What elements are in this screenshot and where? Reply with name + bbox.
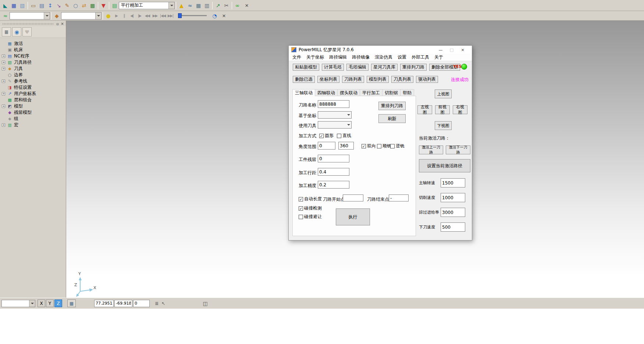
tree-item[interactable]: + ▩ 层和组合 bbox=[0, 97, 66, 103]
checkbox-box[interactable]: ✓ bbox=[362, 144, 366, 148]
view-front-button[interactable]: 前视图 bbox=[435, 105, 450, 114]
tree-item[interactable]: + ▧ 刀具路径 bbox=[0, 59, 66, 66]
view-bottom-button[interactable]: 下视图 bbox=[435, 121, 452, 130]
coordinate-x-field[interactable] bbox=[94, 300, 114, 307]
step-back-icon[interactable]: ◀| bbox=[128, 12, 136, 20]
close-button[interactable]: × bbox=[457, 46, 468, 54]
picking-tool-icon[interactable]: ↖ bbox=[160, 300, 167, 307]
checkbox-circle[interactable]: ✓ 圆形 bbox=[319, 133, 334, 139]
fast-forward-icon[interactable]: ▶▶ bbox=[151, 12, 159, 20]
calculator-icon[interactable]: ▦ bbox=[194, 1, 203, 10]
dialog-action-button[interactable]: 删除已选 bbox=[293, 76, 315, 83]
menu-item[interactable]: 路径编辑 bbox=[327, 54, 349, 60]
tree-item[interactable]: + ↗ 用户坐标系 bbox=[0, 91, 66, 97]
checkbox-box[interactable] bbox=[299, 215, 303, 219]
tree-item[interactable]: + ▤ NC程序 bbox=[0, 53, 66, 59]
dialog-action-button[interactable]: 粘贴新模型 bbox=[293, 64, 319, 71]
checkbox-box[interactable]: ✓ bbox=[299, 206, 303, 211]
tree-item[interactable]: + ▦ 激活 bbox=[0, 41, 66, 47]
simulation-entity-combo[interactable] bbox=[10, 12, 50, 20]
tree-item[interactable]: + ◆ 刀具 bbox=[0, 66, 66, 72]
tree-item[interactable]: + ▥ 宏 bbox=[0, 122, 66, 128]
menu-item[interactable]: 外部工具 bbox=[409, 54, 432, 60]
menu-item[interactable]: 关于 bbox=[432, 54, 446, 60]
save-icon[interactable]: ▦ bbox=[10, 1, 18, 10]
axis-y-button[interactable]: Y bbox=[46, 299, 54, 307]
favorites-icon[interactable]: ♥ bbox=[22, 27, 32, 36]
dialog-action-button[interactable]: 驱动列表 bbox=[416, 76, 438, 83]
tree-item[interactable]: + ◨ 特征设置 bbox=[0, 84, 66, 91]
activate-next-toolpath-button[interactable]: 激活下一刀路 bbox=[446, 145, 470, 154]
stock-allowance-input[interactable] bbox=[318, 155, 349, 162]
dialog-action-button[interactable]: 坐标列表 bbox=[317, 76, 339, 83]
menu-item[interactable]: 路径镜像 bbox=[349, 54, 372, 60]
tree-item[interactable]: + ✎ 参考线 bbox=[0, 78, 66, 84]
speed-input[interactable] bbox=[441, 222, 465, 232]
tool-holder-icon[interactable]: ▼ bbox=[99, 1, 108, 10]
end-point-input[interactable] bbox=[389, 194, 409, 201]
expander-icon[interactable]: + bbox=[2, 80, 5, 83]
activate-prev-toolpath-button[interactable]: 激活上一刀路 bbox=[419, 145, 443, 154]
start-end-point-icon[interactable]: ↘ bbox=[54, 1, 63, 10]
strategy-combo-arrow[interactable] bbox=[168, 2, 174, 9]
pause-icon[interactable]: ‖ bbox=[120, 12, 128, 20]
feed-rate-icon[interactable]: ▤ bbox=[38, 1, 46, 10]
toolpath-edit-icon[interactable]: ✎ bbox=[63, 1, 71, 10]
statistics-icon[interactable]: ↗ bbox=[214, 1, 222, 10]
checkbox-line[interactable]: 直线 bbox=[337, 133, 351, 139]
start-point-input[interactable] bbox=[343, 194, 363, 201]
dialog-action-button[interactable]: 刀具列表 bbox=[391, 76, 413, 83]
strategy-combo[interactable]: 平行精加工 bbox=[119, 2, 175, 9]
checkbox-box[interactable] bbox=[337, 134, 341, 138]
clipping-icon[interactable]: ✂ bbox=[222, 1, 231, 10]
speed-input[interactable] bbox=[441, 193, 465, 202]
use-tool-combo[interactable] bbox=[318, 121, 352, 129]
coordinate-z-field[interactable] bbox=[133, 300, 150, 307]
step-forward-icon[interactable]: |▶ bbox=[136, 12, 143, 20]
rearrange-toolpaths-button[interactable]: 重排列刀路 bbox=[378, 102, 406, 110]
project-icon[interactable]: ◣ bbox=[1, 1, 10, 10]
panel-grip[interactable] bbox=[3, 23, 54, 25]
tab-four-axis[interactable]: 四轴联动 bbox=[315, 89, 338, 96]
simulation-tool-combo[interactable] bbox=[61, 12, 102, 20]
dialog-action-button[interactable]: 重排列刀路 bbox=[400, 64, 427, 71]
go-to-end-icon[interactable]: ▶▶| bbox=[167, 12, 174, 20]
menu-item[interactable]: 关于坐标 bbox=[304, 54, 327, 60]
window-layout-icon[interactable]: ◫ bbox=[202, 300, 209, 307]
checkbox-box[interactable]: ✓ bbox=[299, 197, 303, 201]
expander-icon[interactable]: + bbox=[2, 105, 5, 108]
tab-parallel[interactable]: 平行加工 bbox=[360, 89, 383, 96]
checkbox-collision-check[interactable]: ✓ 碰撞检测 bbox=[299, 205, 322, 211]
tree-item[interactable]: + ▣ 机床 bbox=[0, 47, 66, 53]
axis-z-button[interactable]: Z bbox=[54, 299, 62, 307]
tree-item[interactable]: + ◈ 组 bbox=[0, 116, 66, 122]
block-icon[interactable]: ▭ bbox=[29, 1, 38, 10]
dialog-action-button[interactable]: 星河刀具库 bbox=[371, 64, 398, 71]
rapid-heights-icon[interactable]: ↕ bbox=[46, 1, 54, 10]
panel-restore-icon[interactable]: ▫ bbox=[55, 22, 60, 26]
dialog-action-button[interactable]: 刀路列表 bbox=[342, 76, 364, 83]
view-top-button[interactable]: 上视图 bbox=[435, 89, 452, 98]
tab-help[interactable]: 帮助 bbox=[400, 89, 414, 96]
checkbox-box[interactable] bbox=[377, 144, 381, 148]
tree-item[interactable]: + ◆ 残留模型 bbox=[0, 109, 66, 116]
checkbox-box[interactable] bbox=[390, 144, 395, 148]
dialog-action-button[interactable]: 计算毛坯 bbox=[322, 64, 344, 71]
view-left-button[interactable]: 左视图 bbox=[417, 105, 432, 114]
checkbox-climb-mill[interactable]: 顺铣 bbox=[377, 143, 391, 149]
stepover-input[interactable] bbox=[318, 168, 349, 176]
checkbox-auto-length[interactable]: ✓ 自动长度 bbox=[299, 196, 322, 202]
tolerance-input[interactable] bbox=[318, 181, 349, 189]
refresh-button[interactable]: 刷新 bbox=[378, 114, 406, 123]
print-icon[interactable]: ▧ bbox=[18, 1, 26, 10]
angle-to-input[interactable] bbox=[338, 142, 354, 150]
set-active-path-button[interactable]: 设置当前激活路径 bbox=[419, 159, 470, 172]
statusbar-combo[interactable] bbox=[1, 300, 35, 307]
panel-close-icon[interactable]: × bbox=[60, 22, 65, 26]
menu-item[interactable]: 渲染仿真 bbox=[372, 54, 395, 60]
toolpath-name-input[interactable] bbox=[318, 100, 349, 108]
expander-icon[interactable]: + bbox=[2, 55, 5, 58]
simulation-toolbar-close-icon[interactable]: × bbox=[221, 13, 227, 19]
expander-icon[interactable]: + bbox=[2, 123, 5, 127]
tree-item[interactable]: + ○ 边界 bbox=[0, 72, 66, 78]
